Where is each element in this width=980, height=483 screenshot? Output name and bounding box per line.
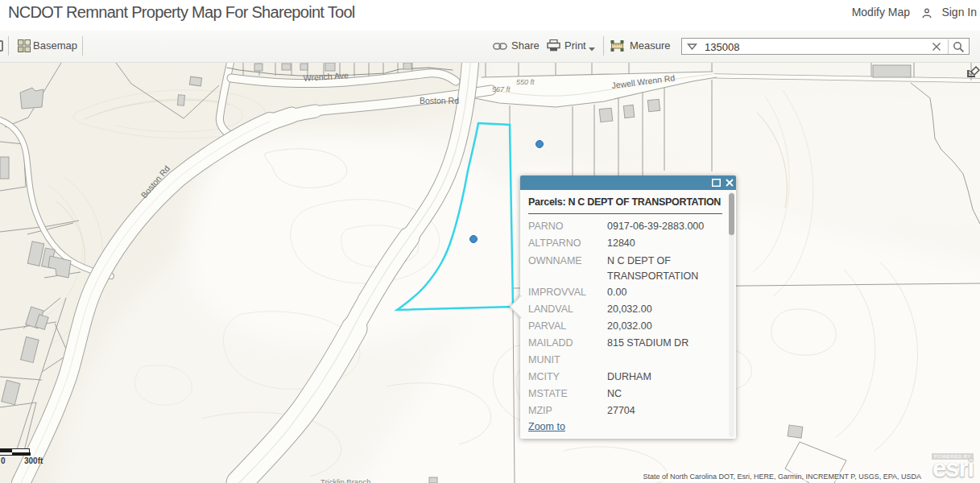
- svg-text:567 ft: 567 ft: [492, 85, 511, 93]
- svg-text:Tricklin Branch: Tricklin Branch: [320, 477, 370, 483]
- svg-text:550 ft: 550 ft: [516, 78, 535, 86]
- svg-text:Boston Rd: Boston Rd: [420, 96, 459, 105]
